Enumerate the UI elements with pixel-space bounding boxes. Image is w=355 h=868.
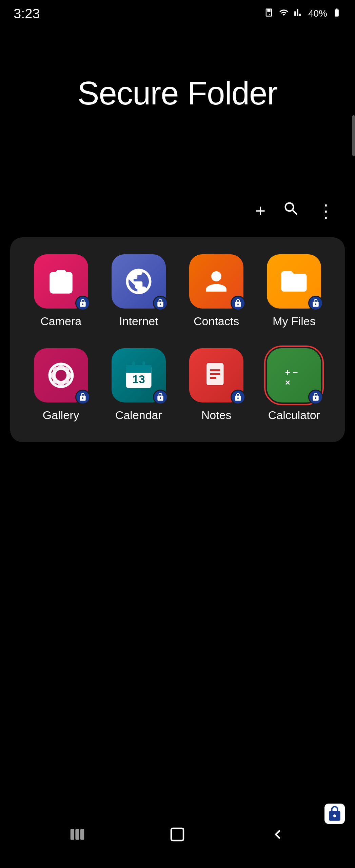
home-button[interactable]	[161, 818, 193, 854]
myfiles-icon-wrapper	[267, 254, 321, 309]
svg-rect-25	[171, 828, 183, 841]
app-item-myfiles[interactable]: My Files	[257, 254, 331, 328]
notes-icon-wrapper	[189, 348, 243, 402]
add-button[interactable]: +	[255, 201, 265, 221]
signal-icon	[294, 8, 303, 20]
app-item-gallery[interactable]: Gallery	[24, 348, 98, 422]
calendar-secure-badge	[153, 390, 168, 405]
myfiles-secure-badge	[308, 296, 323, 311]
calculator-label: Calculator	[268, 409, 320, 422]
svg-rect-24	[80, 829, 84, 840]
calculator-secure-badge	[308, 390, 323, 405]
status-icons: 40%	[264, 8, 341, 20]
calculator-icon-wrapper: + − ×	[267, 348, 321, 402]
wifi-icon	[278, 8, 289, 20]
app-item-internet[interactable]: Internet	[101, 254, 176, 328]
gallery-secure-badge	[75, 390, 90, 405]
contacts-label: Contacts	[194, 315, 239, 328]
page-title: Secure Folder	[0, 75, 355, 112]
contacts-icon-wrapper	[189, 254, 243, 309]
svg-text:×: ×	[285, 377, 290, 388]
sd-card-icon	[264, 8, 274, 20]
app-item-notes[interactable]: Notes	[179, 348, 254, 422]
myfiles-label: My Files	[273, 315, 316, 328]
svg-rect-23	[75, 829, 79, 840]
svg-text:+  −: + −	[285, 367, 298, 377]
search-button[interactable]	[282, 200, 300, 222]
svg-rect-22	[71, 829, 74, 840]
camera-label: Camera	[40, 315, 81, 328]
gallery-icon-wrapper	[34, 348, 88, 402]
app-grid: Camera Internet	[24, 254, 331, 422]
notes-label: Notes	[201, 409, 232, 422]
battery-icon	[332, 8, 341, 20]
internet-secure-badge	[153, 296, 168, 311]
internet-label: Internet	[119, 315, 158, 328]
app-item-calendar[interactable]: 13 Calendar	[101, 348, 176, 422]
battery-percent: 40%	[308, 8, 327, 19]
more-options-button[interactable]: ⋮	[317, 201, 335, 221]
app-grid-container: Camera Internet	[10, 237, 345, 442]
app-item-camera[interactable]: Camera	[24, 254, 98, 328]
app-item-calculator[interactable]: + − × Calculator	[257, 348, 331, 422]
svg-rect-11	[126, 365, 151, 373]
status-time: 3:23	[14, 6, 40, 21]
camera-secure-badge	[75, 296, 90, 311]
notes-secure-badge	[231, 390, 245, 405]
scrollbar[interactable]	[352, 115, 355, 156]
status-bar: 3:23 40%	[0, 0, 355, 27]
calendar-label: Calendar	[115, 409, 162, 422]
calendar-icon-wrapper: 13	[112, 348, 166, 402]
camera-icon-wrapper	[34, 254, 88, 309]
navigation-bar	[0, 818, 355, 854]
recent-apps-button[interactable]	[61, 818, 93, 854]
svg-point-8	[55, 370, 66, 381]
app-item-contacts[interactable]: Contacts	[179, 254, 254, 328]
contacts-secure-badge	[231, 296, 245, 311]
gallery-label: Gallery	[43, 409, 79, 422]
internet-icon-wrapper	[112, 254, 166, 309]
svg-text:13: 13	[132, 373, 145, 386]
back-button[interactable]	[262, 818, 294, 854]
toolbar: + ⋮	[255, 200, 335, 222]
